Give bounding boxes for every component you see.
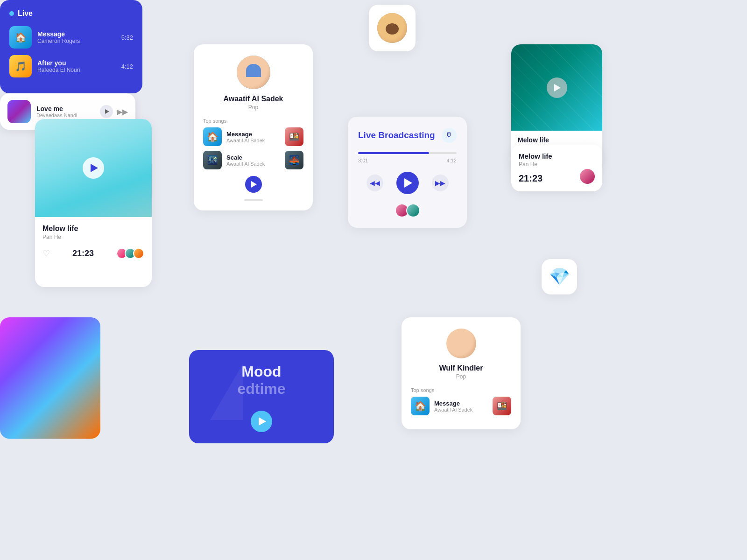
live-playlist-card: Live 🏠 Message Cameron Rogers 5:32 🎵 Aft… <box>0 0 142 93</box>
top-songs-label: Top songs <box>203 118 303 124</box>
artist-song-title-2: Scale <box>226 154 265 161</box>
song-row-1[interactable]: 🏠 Message Cameron Rogers 5:32 <box>9 26 133 49</box>
card-body: Melow life Pan He ♡ 21:23 <box>35 217 152 266</box>
song-artist-2: Rafeeda El Nouri <box>37 67 116 73</box>
melow-player-card: Melow life Pan He ♡ 21:23 <box>35 119 152 287</box>
wulf-avatar <box>446 329 476 358</box>
wulf-song-title-1: Message <box>434 400 472 407</box>
mini-thumb <box>7 100 31 123</box>
progress-fill <box>358 152 429 154</box>
wulf-song-thumb-1: 🏠 <box>411 397 430 415</box>
track-name: Melow life <box>42 224 144 233</box>
play-icon <box>91 164 98 172</box>
listener-2 <box>406 203 420 217</box>
live-broadcasting-card: Live Broadcasting 🎙 3:01 4:12 ◀◀ ▶▶ <box>348 117 467 228</box>
artist-play-button[interactable] <box>245 176 262 193</box>
track-artist: Pan He <box>42 234 144 240</box>
play-icon <box>259 417 266 426</box>
play-icon <box>404 178 412 188</box>
artist-genre: Pop <box>203 104 303 111</box>
time-total: 4:12 <box>447 158 457 163</box>
play-button[interactable] <box>396 172 419 194</box>
user-avatar-card <box>369 5 416 51</box>
artist-profile-card: Awaatif Al Sadek Pop Top songs 🏠 Message… <box>194 44 313 210</box>
video-title: Melow life <box>518 136 596 144</box>
track-duration: 21:23 <box>72 249 94 259</box>
song-cover-right-2: 🌉 <box>285 151 303 169</box>
user-avatar <box>377 13 407 43</box>
live-header: Live <box>9 9 133 18</box>
broadcast-title: Live Broadcasting <box>358 130 435 140</box>
abstract-art-card <box>0 317 100 439</box>
player-controls: ◀◀ ▶▶ <box>358 172 457 194</box>
wulf-genre: Pop <box>411 373 511 380</box>
song-duration-2: 4:12 <box>121 63 133 70</box>
mini-artist: Deveedaas Nandi <box>36 112 94 118</box>
cover-image <box>35 119 152 217</box>
wulf-song-info-1: Message Awaatif Al Sadek <box>434 400 472 413</box>
wulf-song-cover-right: 🍱 <box>493 397 511 415</box>
progress-track[interactable] <box>358 152 457 154</box>
artist-face <box>237 56 270 89</box>
heart-icon[interactable]: ♡ <box>42 248 50 259</box>
mood-label: Mood <box>189 363 334 380</box>
melow2-artist: Pan He <box>519 161 595 168</box>
swipe-indicator <box>244 199 263 201</box>
wulf-song-row-1[interactable]: 🏠 Message Awaatif Al Sadek 🍱 <box>411 397 511 415</box>
play-icon <box>251 181 257 188</box>
artist-song-thumb-2: 🌃 <box>203 151 222 169</box>
song-thumb-1: 🏠 <box>9 26 32 49</box>
mini-play-button[interactable] <box>100 105 113 118</box>
mood-text2: edtime <box>237 380 285 397</box>
artist-song-title-1: Message <box>226 131 265 138</box>
song-title-1: Message <box>37 30 116 38</box>
song-thumb-2: 🎵 <box>9 55 32 77</box>
play-icon <box>554 84 561 91</box>
mini-forward-button[interactable]: ▶▶ <box>117 107 128 116</box>
artist-song-artist-2: Awaatif Al Sadek <box>226 161 265 167</box>
live-label: Live <box>18 9 33 18</box>
melow2-title: Melow life <box>519 152 595 160</box>
artist-song-artist-1: Awaatif Al Sadek <box>226 138 265 143</box>
live-indicator <box>9 11 14 16</box>
song-title-2: After you <box>37 59 116 67</box>
track-footer: ♡ 21:23 <box>42 248 144 259</box>
podcast-icon[interactable]: 🎙 <box>442 128 457 143</box>
wulf-face <box>446 329 476 358</box>
listener-avatar-3 <box>133 248 144 259</box>
listeners-avatars <box>116 248 144 259</box>
song-info-2: After you Rafeeda El Nouri <box>37 59 116 73</box>
song-artist-1: Cameron Rogers <box>37 38 116 44</box>
mood-play-button[interactable] <box>251 411 272 432</box>
song-info-1: Message Cameron Rogers <box>37 30 116 44</box>
mini-info: Love me Deveedaas Nandi <box>36 105 94 118</box>
melow2-card: Melow life Pan He 21:23 <box>511 145 602 191</box>
melow2-avatar <box>580 169 595 184</box>
user-face <box>377 13 407 43</box>
wulf-top-songs-label: Top songs <box>411 387 511 393</box>
song-row-2[interactable]: 🎵 After you Rafeeda El Nouri 4:12 <box>9 55 133 77</box>
mini-title: Love me <box>36 105 94 112</box>
artist-song-row-2[interactable]: 🌃 Scale Awaatif Al Sadek 🌉 <box>203 151 303 169</box>
sketch-icon-card: 💎 <box>542 259 577 294</box>
play-button[interactable] <box>83 157 104 179</box>
forward-button[interactable]: ▶▶ <box>432 175 449 191</box>
artist-song-row-1[interactable]: 🏠 Message Awaatif Al Sadek 🍱 <box>203 127 303 146</box>
artist-song-info-2: Scale Awaatif Al Sadek <box>226 154 265 167</box>
mini-controls: ▶▶ <box>100 105 128 118</box>
broadcast-header: Live Broadcasting 🎙 <box>358 128 457 143</box>
video-play-button[interactable] <box>547 77 567 98</box>
wulf-artist-card: Wulf Kindler Pop Top songs 🏠 Message Awa… <box>402 317 521 429</box>
artist-song-info-1: Message Awaatif Al Sadek <box>226 131 265 143</box>
artist-song-thumb-1: 🏠 <box>203 127 222 146</box>
artist-avatar <box>237 56 270 89</box>
rewind-button[interactable]: ◀◀ <box>366 175 383 191</box>
sketch-icon: 💎 <box>549 267 570 287</box>
time-current: 3:01 <box>358 158 368 163</box>
wulf-song-artist-1: Awaatif Al Sadek <box>434 407 472 413</box>
artist-name: Awaatif Al Sadek <box>203 95 303 103</box>
mood-card: Mood edtime <box>189 350 334 443</box>
wulf-name: Wulf Kindler <box>411 364 511 372</box>
song-cover-right-1: 🍱 <box>285 127 303 146</box>
video-thumbnail <box>511 44 602 131</box>
